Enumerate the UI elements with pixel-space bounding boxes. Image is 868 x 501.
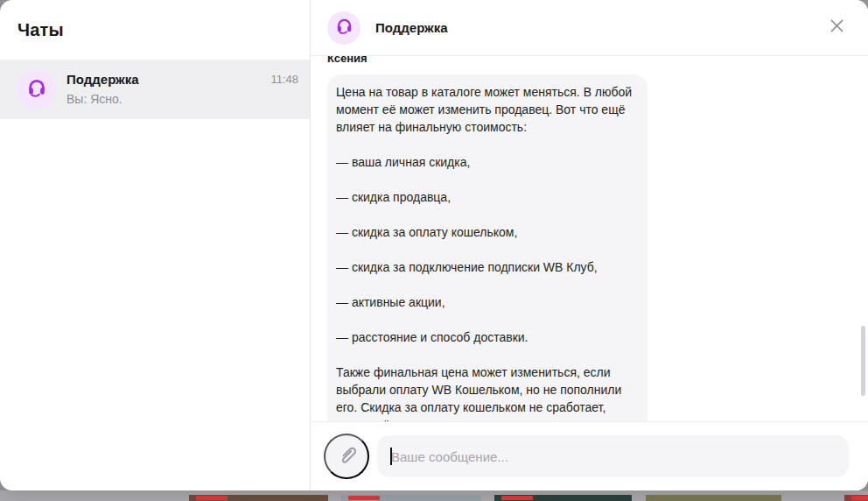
scrollbar-thumb[interactable] — [861, 326, 865, 396]
background-products-strip — [0, 490, 868, 501]
attach-file-button[interactable] — [324, 434, 369, 479]
sidebar-header: Чаты — [0, 0, 310, 60]
conversation-header: Поддержка — [311, 0, 868, 56]
message-composer — [311, 421, 868, 490]
discount-badge — [196, 496, 228, 500]
chat-modal: Чаты Поддержка Вы: Ясно. 11:48 — [0, 0, 868, 490]
chat-sidebar: Чаты Поддержка Вы: Ясно. 11:48 — [0, 0, 311, 490]
chat-timestamp: 11:48 — [270, 60, 298, 119]
discount-badge — [501, 496, 533, 500]
message-sender-name: Ксения — [327, 56, 868, 65]
message-paragraph: — скидка за подключение подписки WB Клуб… — [336, 258, 635, 276]
product-thumbnail — [844, 495, 868, 501]
close-icon — [828, 17, 846, 39]
messages-scroll-area[interactable]: Ксения Цена на товар в каталоге может ме… — [311, 56, 868, 421]
message-paragraph: — расстояние и способ доставки. — [336, 328, 635, 346]
chat-list-item-support[interactable]: Поддержка Вы: Ясно. 11:48 — [0, 60, 310, 119]
chat-name: Поддержка — [66, 72, 270, 87]
headset-icon — [335, 17, 354, 39]
chat-item-text: Поддержка Вы: Ясно. — [66, 60, 270, 119]
product-thumbnail — [646, 495, 781, 501]
message-paragraph: — скидка продавца, — [336, 188, 635, 206]
message-paragraph: Также финальная цена может измениться, е… — [336, 363, 635, 421]
product-thumbnail — [341, 495, 481, 501]
discount-badge — [851, 496, 868, 500]
message-input[interactable] — [377, 435, 849, 477]
paperclip-icon — [335, 443, 359, 469]
conversation-panel: Поддержка Ксения Цена на товар в каталог… — [311, 0, 868, 490]
sidebar-title: Чаты — [18, 20, 64, 40]
message-paragraph: — скидка за оплату кошельком, — [336, 223, 635, 241]
discount-badge — [348, 496, 380, 500]
support-avatar — [327, 11, 360, 45]
product-thumbnail — [494, 495, 632, 501]
headset-icon — [26, 77, 47, 102]
text-cursor — [390, 448, 392, 465]
conversation-title: Поддержка — [375, 20, 448, 35]
close-button[interactable] — [824, 16, 849, 40]
support-message-bubble: Цена на товар в каталоге может меняться.… — [327, 74, 648, 421]
product-thumbnail — [189, 495, 328, 501]
support-avatar — [18, 70, 56, 109]
message-paragraph: — ваша личная скидка, — [336, 153, 635, 171]
chat-last-message-preview: Вы: Ясно. — [66, 92, 270, 106]
message-input-wrap — [377, 435, 849, 477]
message-paragraph: Цена на товар в каталоге может меняться.… — [336, 83, 635, 136]
message-paragraph: — активные акции, — [336, 293, 635, 311]
